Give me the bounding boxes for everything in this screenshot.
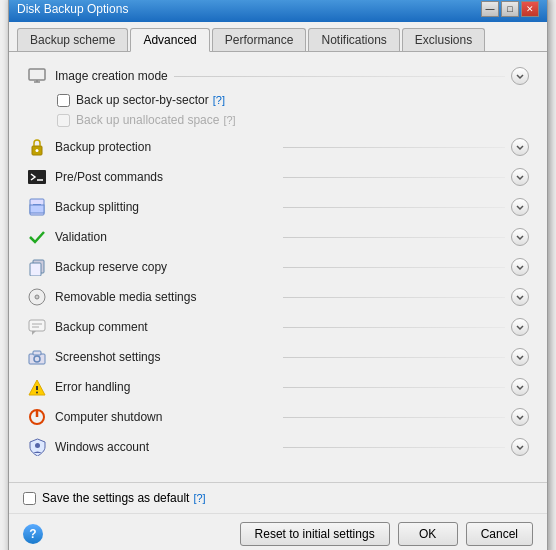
save-default-checkbox[interactable] (23, 492, 36, 505)
backup-protection-label: Backup protection (55, 140, 277, 154)
unallocated-space-row: Back up unallocated space [?] (57, 110, 529, 130)
validation-expand-btn[interactable] (511, 228, 529, 246)
image-creation-suboptions: Back up sector-by-sector [?] Back up una… (27, 90, 529, 130)
camera-icon (27, 347, 47, 367)
image-creation-header: Image creation mode (27, 66, 529, 86)
sector-by-sector-label: Back up sector-by-sector (76, 93, 209, 107)
backup-protection-row[interactable]: Backup protection (23, 132, 533, 162)
check-icon (27, 227, 47, 247)
image-creation-line (174, 76, 505, 77)
backup-splitting-expand-btn[interactable] (511, 198, 529, 216)
ok-button[interactable]: OK (398, 522, 458, 546)
shield-user-icon (27, 437, 47, 457)
removable-media-row[interactable]: Removable media settings (23, 282, 533, 312)
tab-backup-scheme[interactable]: Backup scheme (17, 28, 128, 51)
reset-button[interactable]: Reset to initial settings (240, 522, 390, 546)
svg-rect-0 (29, 69, 45, 80)
sector-by-sector-help[interactable]: [?] (213, 94, 225, 106)
svg-point-23 (36, 391, 38, 393)
windows-account-row[interactable]: Windows account (23, 432, 533, 462)
tab-bar: Backup scheme Advanced Performance Notif… (9, 22, 547, 52)
svg-rect-20 (33, 351, 41, 355)
svg-rect-9 (30, 205, 44, 213)
backup-reserve-copy-row[interactable]: Backup reserve copy (23, 252, 533, 282)
image-creation-expand-btn[interactable] (511, 67, 529, 85)
svg-rect-11 (30, 263, 41, 276)
pre-post-expand-btn[interactable] (511, 168, 529, 186)
copy-icon (27, 257, 47, 277)
backup-splitting-line (283, 207, 505, 208)
maximize-button[interactable]: □ (501, 1, 519, 17)
backup-reserve-copy-line (283, 267, 505, 268)
pre-post-commands-row[interactable]: Pre/Post commands (23, 162, 533, 192)
save-default-help[interactable]: [?] (193, 492, 205, 504)
close-button[interactable]: ✕ (521, 1, 539, 17)
error-handling-expand-btn[interactable] (511, 378, 529, 396)
split-icon (27, 197, 47, 217)
backup-splitting-row[interactable]: Backup splitting (23, 192, 533, 222)
removable-media-label: Removable media settings (55, 290, 277, 304)
svg-point-4 (36, 149, 39, 152)
footer: Save the settings as default [?] (9, 482, 547, 513)
computer-shutdown-line (283, 417, 505, 418)
backup-comment-label: Backup comment (55, 320, 277, 334)
monitor-icon (27, 66, 47, 86)
backup-comment-row[interactable]: Backup comment (23, 312, 533, 342)
save-default-label: Save the settings as default (42, 491, 189, 505)
comment-icon (27, 317, 47, 337)
validation-row[interactable]: Validation (23, 222, 533, 252)
title-bar-controls: — □ ✕ (481, 1, 539, 17)
backup-protection-expand-btn[interactable] (511, 138, 529, 156)
svg-point-13 (35, 295, 39, 299)
minimize-button[interactable]: — (481, 1, 499, 17)
tab-exclusions[interactable]: Exclusions (402, 28, 485, 51)
tab-advanced[interactable]: Advanced (130, 28, 209, 52)
removable-media-line (283, 297, 505, 298)
window-title: Disk Backup Options (17, 2, 128, 16)
backup-protection-line (283, 147, 505, 148)
windows-account-line (283, 447, 505, 448)
lock-icon (27, 137, 47, 157)
image-creation-section: Image creation mode Back up sector-by-se… (23, 62, 533, 132)
removable-media-expand-btn[interactable] (511, 288, 529, 306)
validation-label: Validation (55, 230, 277, 244)
backup-splitting-label: Backup splitting (55, 200, 277, 214)
tab-content: Image creation mode Back up sector-by-se… (9, 52, 547, 482)
help-button[interactable]: ? (23, 524, 43, 544)
action-bar: ? Reset to initial settings OK Cancel (9, 513, 547, 550)
backup-comment-expand-btn[interactable] (511, 318, 529, 336)
screenshot-settings-row[interactable]: Screenshot settings (23, 342, 533, 372)
error-handling-line (283, 387, 505, 388)
pre-post-label: Pre/Post commands (55, 170, 277, 184)
validation-line (283, 237, 505, 238)
windows-account-label: Windows account (55, 440, 277, 454)
power-icon (27, 407, 47, 427)
backup-reserve-copy-label: Backup reserve copy (55, 260, 277, 274)
screenshot-settings-label: Screenshot settings (55, 350, 277, 364)
cancel-button[interactable]: Cancel (466, 522, 533, 546)
pre-post-line (283, 177, 505, 178)
tab-performance[interactable]: Performance (212, 28, 307, 51)
computer-shutdown-expand-btn[interactable] (511, 408, 529, 426)
error-handling-label: Error handling (55, 380, 277, 394)
svg-rect-5 (28, 170, 46, 184)
computer-shutdown-label: Computer shutdown (55, 410, 277, 424)
computer-shutdown-row[interactable]: Computer shutdown (23, 402, 533, 432)
unallocated-space-checkbox[interactable] (57, 114, 70, 127)
main-window: Disk Backup Options — □ ✕ Backup scheme … (8, 0, 548, 550)
sector-by-sector-row: Back up sector-by-sector [?] (57, 90, 529, 110)
tab-notifications[interactable]: Notifications (308, 28, 399, 51)
svg-point-26 (35, 443, 40, 448)
error-handling-row[interactable]: Error handling (23, 372, 533, 402)
svg-marker-15 (32, 331, 36, 335)
unallocated-space-help[interactable]: [?] (223, 114, 235, 126)
save-default-row: Save the settings as default [?] (23, 491, 206, 505)
warning-icon (27, 377, 47, 397)
image-creation-label: Image creation mode (55, 69, 168, 83)
screenshot-settings-expand-btn[interactable] (511, 348, 529, 366)
backup-reserve-copy-expand-btn[interactable] (511, 258, 529, 276)
svg-rect-14 (29, 320, 45, 331)
windows-account-expand-btn[interactable] (511, 438, 529, 456)
sector-by-sector-checkbox[interactable] (57, 94, 70, 107)
screenshot-settings-line (283, 357, 505, 358)
